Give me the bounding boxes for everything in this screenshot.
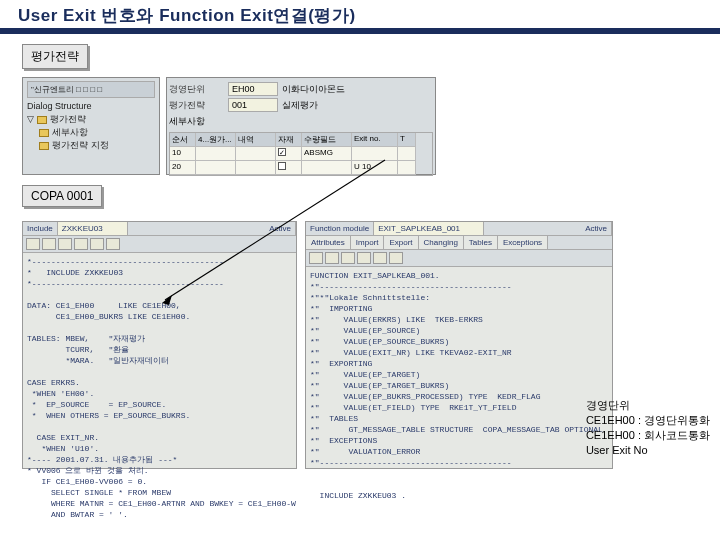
top-panel-area: "신규엔트리 □ □ □ □ Dialog Structure ▽평가전략 세부… [22, 77, 720, 175]
tree-root: Dialog Structure [27, 100, 155, 113]
anno-line: CE1EH00 : 회사코드통화 [586, 428, 710, 443]
anno-line: User Exit No [586, 443, 710, 458]
field-desc: 이화다이아몬드 [282, 83, 345, 96]
field-desc: 실제평가 [282, 99, 318, 112]
tab-export[interactable]: Export [384, 236, 418, 249]
tool-button[interactable] [341, 252, 355, 264]
status-label: Active [581, 222, 612, 235]
anno-line: 경영단위 [586, 398, 710, 413]
tool-button[interactable] [325, 252, 339, 264]
hdr-label: Include [23, 222, 58, 235]
tree-item[interactable]: 평가전략 지정 [27, 139, 155, 152]
page-title: User Exit 번호와 Function Exit연결(평가) [18, 4, 702, 27]
status-label: Active [265, 222, 296, 235]
tab-attributes[interactable]: Attributes [306, 236, 351, 249]
field-row: 평가전략 001 실제평가 [169, 98, 433, 112]
folder-icon [37, 116, 47, 124]
tree-toolbar[interactable]: "신규엔트리 □ □ □ □ [27, 81, 155, 98]
tool-button[interactable] [42, 238, 56, 250]
include-name[interactable]: ZXKKEU03 [58, 222, 128, 235]
section-label: 세부사항 [169, 115, 433, 128]
fm-tabs: Attributes Import Export Changing Tables… [306, 236, 612, 250]
tool-button[interactable] [58, 238, 72, 250]
tab-exceptions[interactable]: Exceptions [498, 236, 548, 249]
field-value[interactable]: EH00 [228, 82, 278, 96]
field-value[interactable]: 001 [228, 98, 278, 112]
checkbox-icon[interactable]: ✓ [278, 148, 286, 156]
editor-header: Include ZXKKEU03 Active [23, 222, 296, 236]
field-row: 경영단위 EH00 이화다이아몬드 [169, 82, 433, 96]
copa-badge: COPA 0001 [22, 185, 102, 207]
code-body[interactable]: *---------------------------------------… [23, 253, 296, 523]
abap-include-editor: Include ZXKKEU03 Active *---------------… [22, 221, 297, 469]
tab-changing[interactable]: Changing [419, 236, 464, 249]
checkbox-icon[interactable] [278, 162, 286, 170]
tool-button[interactable] [90, 238, 104, 250]
field-label: 평가전략 [169, 99, 224, 112]
folder-icon [39, 142, 49, 150]
editor-header: Function module EXIT_SAPLKEAB_001 Active [306, 222, 612, 236]
tool-button[interactable] [373, 252, 387, 264]
tree-item[interactable]: 세부사항 [27, 126, 155, 139]
fm-name[interactable]: EXIT_SAPLKEAB_001 [374, 222, 484, 235]
tool-button[interactable] [389, 252, 403, 264]
tool-button[interactable] [74, 238, 88, 250]
editor-toolbar [306, 250, 612, 267]
hdr-label: Function module [306, 222, 374, 235]
title-bar: User Exit 번호와 Function Exit연결(평가) [0, 0, 720, 34]
dialog-structure-tree: "신규엔트리 □ □ □ □ Dialog Structure ▽평가전략 세부… [22, 77, 160, 175]
anno-line: CE1EH00 : 경영단위통화 [586, 413, 710, 428]
tool-button[interactable] [309, 252, 323, 264]
code-body[interactable]: FUNCTION EXIT_SAPLKEAB_001. *"----------… [306, 267, 612, 504]
strategy-badge: 평가전략 [22, 44, 88, 69]
tab-tables[interactable]: Tables [464, 236, 498, 249]
detail-grid: 순서 4...원가... 내역 자재c.. 수량필드 Exit no. T 10… [169, 132, 433, 176]
tool-button[interactable] [357, 252, 371, 264]
detail-panel: 경영단위 EH00 이화다이아몬드 평가전략 001 실제평가 세부사항 순서 … [166, 77, 436, 175]
tool-button[interactable] [106, 238, 120, 250]
editor-toolbar [23, 236, 296, 253]
tool-button[interactable] [26, 238, 40, 250]
tab-import[interactable]: Import [351, 236, 385, 249]
grid-header: 순서 4...원가... 내역 자재c.. 수량필드 Exit no. T [170, 133, 432, 147]
folder-icon [39, 129, 49, 137]
field-label: 경영단위 [169, 83, 224, 96]
function-module-editor: Function module EXIT_SAPLKEAB_001 Active… [305, 221, 613, 469]
grid-row[interactable]: 10 ✓ ABSMG [170, 147, 432, 161]
annotation-callout: 경영단위 CE1EH00 : 경영단위통화 CE1EH00 : 회사코드통화 U… [586, 398, 710, 458]
tree-item[interactable]: ▽평가전략 [27, 113, 155, 126]
grid-row[interactable]: 20 U 10 [170, 161, 432, 175]
